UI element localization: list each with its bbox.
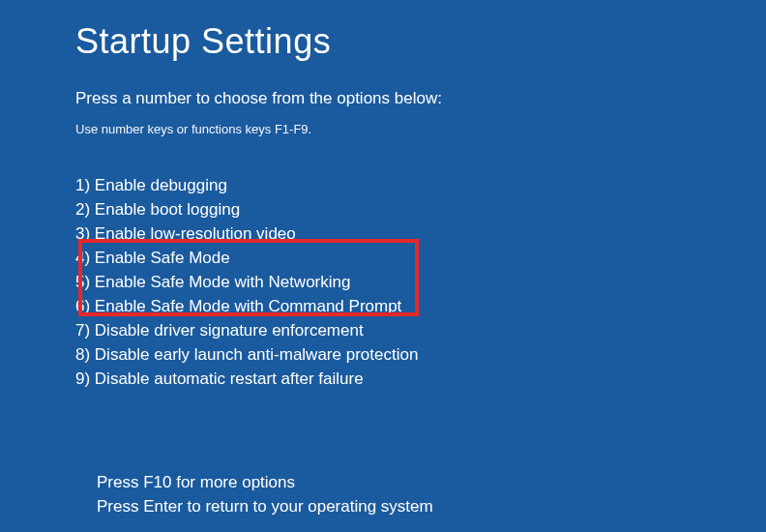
- option-item-6[interactable]: 6) Enable Safe Mode with Command Prompt: [75, 294, 766, 318]
- option-item-1[interactable]: 1) Enable debugging: [75, 173, 766, 197]
- option-item-9[interactable]: 9) Disable automatic restart after failu…: [75, 367, 766, 391]
- option-label: Disable driver signature enforcement: [95, 318, 364, 342]
- option-label: Disable automatic restart after failure: [95, 367, 364, 391]
- option-item-2[interactable]: 2) Enable boot logging: [75, 197, 766, 222]
- option-number: 2): [75, 197, 95, 222]
- option-number: 6): [75, 294, 95, 318]
- option-label: Disable early launch anti-malware protec…: [95, 342, 419, 367]
- option-label: Enable debugging: [95, 173, 227, 197]
- footer-line-more-options: Press F10 for more options: [97, 470, 433, 494]
- option-item-7[interactable]: 7) Disable driver signature enforcement: [75, 318, 766, 342]
- instruction-text: Press a number to choose from the option…: [75, 89, 766, 108]
- option-label: Enable low-resolution video: [95, 222, 296, 246]
- option-label: Enable Safe Mode: [95, 246, 230, 270]
- option-label: Enable boot logging: [95, 197, 240, 222]
- options-list: 1) Enable debugging 2) Enable boot loggi…: [75, 173, 766, 391]
- option-label: Enable Safe Mode with Networking: [95, 270, 351, 294]
- footer-line-return: Press Enter to return to your operating …: [97, 494, 433, 518]
- option-number: 3): [75, 222, 95, 246]
- option-item-4[interactable]: 4) Enable Safe Mode: [75, 246, 766, 270]
- option-number: 9): [75, 367, 95, 391]
- option-item-3[interactable]: 3) Enable low-resolution video: [75, 222, 766, 246]
- hint-text: Use number keys or functions keys F1-F9.: [75, 122, 766, 136]
- option-item-8[interactable]: 8) Disable early launch anti-malware pro…: [75, 342, 766, 367]
- option-item-5[interactable]: 5) Enable Safe Mode with Networking: [75, 270, 766, 294]
- option-number: 1): [75, 173, 95, 197]
- page-title: Startup Settings: [75, 21, 766, 62]
- option-number: 7): [75, 318, 95, 342]
- option-number: 8): [75, 342, 95, 367]
- startup-settings-screen: Startup Settings Press a number to choos…: [0, 0, 766, 391]
- option-number: 4): [75, 246, 95, 270]
- option-number: 5): [75, 270, 95, 294]
- option-label: Enable Safe Mode with Command Prompt: [95, 294, 402, 318]
- footer-instructions: Press F10 for more options Press Enter t…: [97, 470, 433, 518]
